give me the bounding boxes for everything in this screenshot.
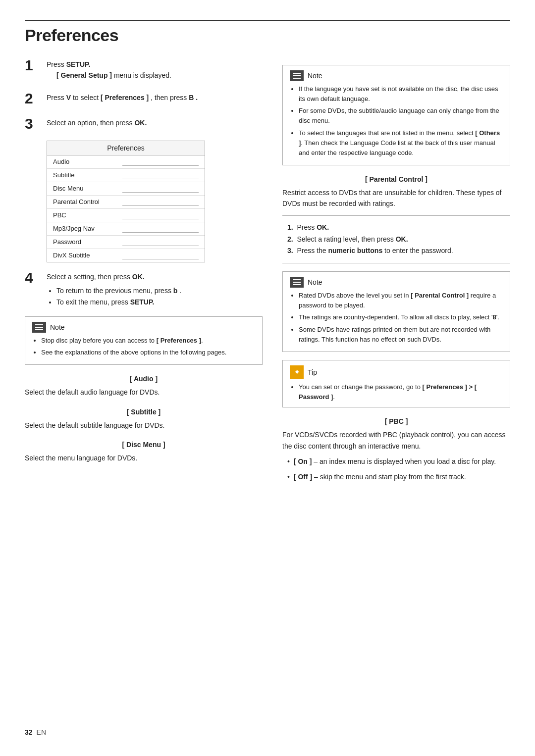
note-icon-lines-2	[293, 73, 301, 79]
step-1-bold: SETUP.	[66, 60, 91, 68]
note-icon-line	[35, 324, 43, 325]
note-icon-2	[290, 70, 304, 81]
tip-icon: ✦	[290, 365, 304, 379]
list-item: 1. Press OK.	[287, 222, 510, 234]
note-title-3: Note	[308, 278, 322, 286]
list-item: If the language you have set is not avai…	[299, 84, 503, 104]
page-title: Preferences	[25, 26, 510, 45]
step-1-sub: [ General Setup ] menu is displayed.	[56, 70, 171, 81]
list-item: See the explanations of the above option…	[41, 348, 255, 357]
list-item: The ratings are country-dependent. To al…	[299, 312, 503, 322]
row-mp3-val	[122, 225, 199, 233]
step-3: 3 Select an option, then press OK.	[25, 115, 263, 132]
step-2: 2 Press V to select [ Preferences ] , th…	[25, 90, 263, 106]
tip-box-1: ✦ Tip You can set or change the password…	[282, 360, 510, 407]
note-icon-line	[293, 75, 301, 76]
step-4-bullet-1: To return to the previous menu, press b …	[56, 285, 181, 296]
page-number: 32	[25, 728, 33, 736]
top-border	[25, 20, 510, 21]
preferences-table: Preferences Audio Subtitle Disc Menu Par…	[47, 141, 205, 262]
tip-header-1: ✦ Tip	[290, 365, 503, 379]
note-header-2: Note	[290, 70, 503, 81]
section-parental-body: Restrict access to DVDs that are unsuita…	[282, 187, 510, 209]
list-item: [ On ] – an index menu is displayed when…	[287, 456, 510, 467]
note-icon-line	[293, 282, 301, 283]
note-list-3: Rated DVDs above the level you set in [ …	[290, 291, 503, 345]
note-title-2: Note	[308, 72, 322, 80]
step-3-content: Select an option, then press OK.	[47, 115, 147, 128]
row-disc-menu-val	[122, 185, 199, 193]
row-pbc-val	[122, 211, 199, 219]
table-row: Disc Menu	[47, 182, 205, 196]
tip-title-1: Tip	[308, 368, 317, 376]
page: Preferences 1 Press SETUP. [ General Set…	[0, 0, 535, 756]
section-pbc-body: For VCDs/SVCDs recorded with PBC (playba…	[282, 429, 510, 452]
step-number-2: 2	[25, 90, 39, 106]
note-box-1: Note Stop disc play before you can acces…	[25, 316, 263, 365]
divider-2	[282, 263, 510, 263]
row-parental-val	[122, 198, 199, 206]
tip-list-1: You can set or change the password, go t…	[290, 382, 503, 402]
row-audio: Audio	[53, 158, 122, 166]
note-icon-lines	[35, 324, 43, 330]
step-number-1: 1	[25, 57, 39, 73]
note-header-1: Note	[32, 322, 255, 333]
page-lang: EN	[37, 728, 46, 736]
step-4-content: Select a setting, then press OK. To retu…	[47, 269, 181, 307]
step-1: 1 Press SETUP. [ General Setup ] menu is…	[25, 57, 263, 81]
section-disc-menu-heading: [ Disc Menu ]	[25, 441, 263, 449]
pref-table-title: Preferences	[47, 141, 205, 155]
content-columns: 1 Press SETUP. [ General Setup ] menu is…	[25, 57, 510, 713]
step-number-4: 4	[25, 269, 39, 286]
parental-steps: 1. Press OK. 2. Select a rating level, t…	[282, 222, 510, 257]
note-list-1: Stop disc play before you can access to …	[32, 336, 255, 357]
row-mp3: Mp3/Jpeg Nav	[53, 225, 122, 233]
section-disc-menu-body: Select the menu language for DVDs.	[25, 453, 263, 463]
list-item: You can set or change the password, go t…	[299, 382, 503, 402]
star-icon: ✦	[294, 367, 300, 377]
table-row: Audio	[47, 155, 205, 169]
note-box-2: Note If the language you have set is not…	[282, 65, 510, 165]
row-password-val	[122, 238, 199, 246]
row-subtitle-val	[122, 171, 199, 179]
section-subtitle-body: Select the default subtitle language for…	[25, 420, 263, 431]
note-box-3: Note Rated DVDs above the level you set …	[282, 271, 510, 352]
table-row: Password	[47, 236, 205, 249]
list-item: Stop disc play before you can access to …	[41, 336, 255, 346]
note-list-2: If the language you have set is not avai…	[290, 84, 503, 158]
row-subtitle: Subtitle	[53, 171, 122, 179]
row-divx: DivX Subtitle	[53, 252, 122, 259]
section-audio-body: Select the default audio language for DV…	[25, 387, 263, 398]
list-item: Some DVDs have ratings printed on them b…	[299, 325, 503, 345]
step-2-content: Press V to select [ Preferences ] , then…	[47, 90, 198, 103]
table-row: Parental Control	[47, 196, 205, 209]
section-audio-heading: [ Audio ]	[25, 375, 263, 383]
note-icon-line	[35, 329, 43, 330]
step-4: 4 Select a setting, then press OK. To re…	[25, 269, 263, 307]
note-icon-3	[290, 277, 304, 288]
list-item: To select the languages that are not lis…	[299, 128, 503, 158]
section-pbc-heading: [ PBC ]	[282, 417, 510, 425]
note-icon-1	[32, 322, 46, 333]
note-header-3: Note	[290, 277, 503, 288]
list-item: For some DVDs, the subtitle/audio langua…	[299, 106, 503, 126]
list-item: Rated DVDs above the level you set in [ …	[299, 291, 503, 310]
row-pbc: PBC	[53, 211, 122, 219]
list-item: 3. Press the numeric buttons to enter th…	[287, 245, 510, 257]
note-title-1: Note	[50, 323, 65, 331]
right-column: Note If the language you have set is not…	[282, 57, 510, 713]
row-divx-val	[122, 252, 199, 259]
row-disc-menu: Disc Menu	[53, 185, 122, 193]
left-column: 1 Press SETUP. [ General Setup ] menu is…	[25, 57, 263, 713]
section-subtitle-heading: [ Subtitle ]	[25, 408, 263, 416]
note-icon-line	[293, 73, 301, 74]
note-icon-line	[35, 327, 43, 328]
note-icon-lines-3	[293, 279, 301, 285]
table-row: PBC	[47, 209, 205, 222]
row-parental: Parental Control	[53, 198, 122, 206]
step-4-bullet-2: To exit the menu, press SETUP.	[56, 297, 181, 307]
table-row: DivX Subtitle	[47, 249, 205, 262]
note-icon-line	[293, 279, 301, 280]
step-2-v: V	[66, 94, 71, 101]
list-item: [ Off ] – skip the menu and start play f…	[287, 472, 510, 482]
